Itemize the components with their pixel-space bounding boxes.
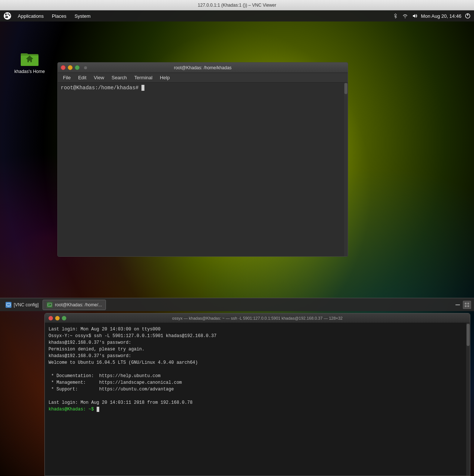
terminal-minimize-button[interactable] [68, 65, 73, 70]
svg-marker-5 [413, 14, 415, 18]
mac-line-2: Ossyx-Y:~ ossyx$ ssh -L 5901:127.0.0.1:5… [49, 333, 466, 339]
mac-terminal-scrollbar[interactable] [466, 323, 470, 476]
volume-icon [411, 13, 418, 19]
taskbar-minimize-button[interactable] [453, 301, 463, 309]
svg-rect-12 [7, 303, 10, 306]
terminal-menubar: File Edit View Search Terminal Help [58, 73, 348, 83]
terminal-view-menu[interactable]: View [90, 74, 108, 81]
mac-line-5: khadas@192.168.0.37's password: [49, 353, 466, 359]
terminal-title: root@Khadas: /home/khadas [174, 65, 232, 70]
terminal-window[interactable]: root@Khadas: /home/khadas File Edit View… [57, 62, 348, 257]
terminal-scrollbar[interactable] [344, 83, 348, 256]
svg-point-3 [9, 14, 10, 16]
svg-rect-13 [8, 306, 9, 306]
mac-line-9: * Management: https://landscape.canonica… [49, 379, 466, 386]
terminal-prompt: root@Khadas:/home/khadas# [61, 85, 138, 91]
terminal-close-button[interactable] [61, 65, 66, 70]
taskbar-terminal-item[interactable]: root@Khadas: /home/... [43, 300, 106, 310]
panel-left: Applications Places System [3, 11, 94, 20]
panel-datetime: Mon Aug 20, 14:46 [421, 13, 461, 19]
wifi-icon [402, 13, 408, 19]
places-menu[interactable]: Places [48, 12, 70, 20]
home-folder-icon[interactable]: khadas's Home [15, 48, 44, 74]
svg-point-1 [5, 13, 7, 16]
vnc-title: 127.0.0.1:1 (Khadas:1 ()) – VNC Viewer [198, 3, 276, 8]
mac-terminal-content[interactable]: Last login: Mon Aug 20 14:03:00 on ttys0… [45, 323, 470, 476]
vnc-titlebar: 127.0.0.1:1 (Khadas:1 ()) – VNC Viewer [0, 0, 474, 10]
taskbar-vnc-label: [VNC config] [14, 302, 39, 307]
mac-line-10: * Support: https://ubuntu.com/advantage [49, 386, 466, 393]
svg-point-4 [5, 16, 8, 18]
svg-rect-17 [465, 303, 467, 304]
svg-rect-16 [455, 304, 460, 305]
terminal-help-menu[interactable]: Help [156, 74, 174, 81]
mac-terminal-title: ossyx — khadas@Khadas: ~ — ssh -L 5901:1… [172, 316, 343, 320]
svg-point-2 [8, 13, 9, 15]
folder-svg [20, 48, 39, 67]
desktop: 127.0.0.1:1 (Khadas:1 ()) – VNC Viewer A… [0, 0, 474, 476]
home-folder-label: khadas's Home [14, 69, 45, 74]
mac-line-1: Last login: Mon Aug 20 14:03:00 on ttys0… [49, 326, 466, 333]
desktop-area: khadas's Home root@Khadas: /home/khadas … [0, 21, 474, 476]
taskbar-vnc-item[interactable]: [VNC config] [1, 300, 43, 310]
mac-line-3: khadas@192.168.0.37's password: [49, 339, 466, 346]
terminal-search-menu[interactable]: Search [108, 74, 130, 81]
mac-line-4: Permission denied, please try again. [49, 346, 466, 353]
gnome-foot-icon [3, 11, 12, 20]
mac-maximize-button[interactable] [62, 316, 66, 320]
panel-right: Mon Aug 20, 14:46 [392, 13, 471, 19]
bluetooth-icon [392, 13, 399, 19]
taskbar-right [453, 301, 471, 309]
mac-terminal[interactable]: ossyx — khadas@Khadas: ~ — ssh -L 5901:1… [44, 313, 470, 476]
terminal-content[interactable]: root@Khadas:/home/khadas# [58, 83, 348, 256]
svg-rect-18 [467, 303, 469, 304]
svg-rect-19 [465, 305, 467, 307]
power-icon[interactable] [464, 13, 471, 19]
terminal-edit-menu[interactable]: Edit [74, 74, 90, 81]
mac-line-6: Welcome to Ubuntu 16.04.5 LTS (GNU/Linux… [49, 359, 466, 366]
taskbar-desktop-button[interactable] [463, 301, 471, 309]
taskbar: [VNC config] root@Khadas: /home/... [0, 298, 474, 311]
applications-menu[interactable]: Applications [14, 12, 47, 20]
terminal-maximize-button[interactable] [75, 65, 80, 70]
svg-point-0 [4, 12, 11, 20]
mac-line-12: Last login: Mon Aug 20 14:03:11 2018 fro… [49, 399, 466, 406]
mac-terminal-titlebar: ossyx — khadas@Khadas: ~ — ssh -L 5901:1… [45, 313, 470, 323]
mac-line-8: * Documentation: https://help.ubuntu.com [49, 373, 466, 379]
terminal-terminal-menu[interactable]: Terminal [131, 74, 156, 81]
mac-line-11 [49, 393, 466, 399]
mac-line-7 [49, 366, 466, 373]
taskbar-terminal-icon [47, 302, 53, 308]
mac-scrollbar-thumb[interactable] [467, 324, 470, 346]
terminal-cursor [141, 85, 144, 91]
taskbar-terminal-label: root@Khadas: /home/... [55, 302, 102, 307]
terminal-scrollbar-thumb[interactable] [344, 83, 347, 94]
taskbar-vnc-icon [6, 302, 11, 308]
svg-rect-14 [48, 303, 52, 306]
terminal-file-menu[interactable]: File [59, 74, 74, 81]
mac-minimize-button[interactable] [55, 316, 60, 320]
terminal-titlebar: root@Khadas: /home/khadas [58, 63, 348, 73]
top-panel: Applications Places System [0, 10, 474, 21]
mac-close-button[interactable] [49, 316, 53, 320]
svg-rect-20 [467, 305, 469, 307]
system-menu[interactable]: System [71, 12, 94, 20]
mac-line-13: khadas@Khadas: ~$ [49, 406, 466, 413]
